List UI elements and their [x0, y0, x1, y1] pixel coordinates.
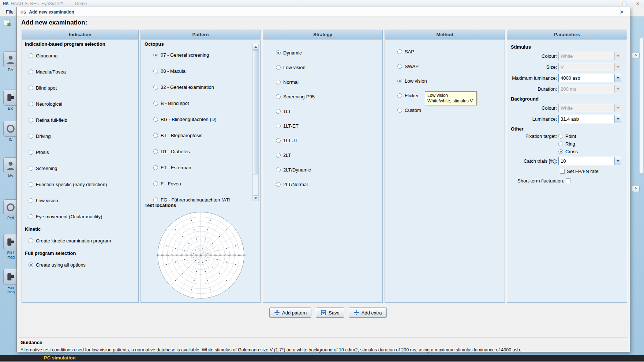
- indication-option-create-kinetic-examination-program[interactable]: Create kinetic examination program: [22, 233, 138, 249]
- scroll-up-icon[interactable]: [253, 44, 258, 50]
- pattern-option-fg-f-hrerscheingutachten-at[interactable]: FG - Führerscheingutachten (AT): [141, 192, 260, 201]
- indication-option-eye-movement-ocular-motility[interactable]: Eye movement (Ocular motility): [22, 208, 138, 225]
- combo-arrow-icon[interactable]: [614, 157, 621, 165]
- method-option-sap[interactable]: SAP: [385, 44, 505, 59]
- radio-button-icon[interactable]: [153, 101, 158, 106]
- add-pattern-button[interactable]: Add pattern: [269, 308, 311, 318]
- radio-button-icon[interactable]: [153, 165, 158, 170]
- combo-maximum-luminance[interactable]: 4000 asb: [558, 74, 621, 82]
- radio-button-icon[interactable]: [153, 69, 158, 73]
- radio-button-icon[interactable]: [29, 118, 33, 122]
- strategy-option-dynamic[interactable]: Dynamic: [263, 45, 382, 60]
- radio-button-icon[interactable]: [397, 93, 402, 98]
- dialog-titlebar[interactable]: HS Add new examination ✕: [17, 7, 630, 17]
- menu-file[interactable]: File: [4, 8, 16, 15]
- radio-button-icon[interactable]: [558, 149, 563, 154]
- indication-option-function-specific-early-detection[interactable]: Function-specific (early detection): [22, 176, 138, 192]
- fpfn-row[interactable]: Set FP/FN rate: [511, 166, 623, 176]
- add-extra-button[interactable]: Add extra: [349, 308, 387, 318]
- method-option-swap[interactable]: SWAP: [385, 59, 505, 73]
- radio-button-icon[interactable]: [153, 197, 158, 202]
- radio-button-icon[interactable]: [29, 166, 33, 171]
- pattern-option-07-general-screening[interactable]: 07 - General screening: [141, 47, 260, 63]
- method-option-low-vision[interactable]: Low vision: [385, 73, 505, 88]
- minimize-button[interactable]: –: [610, 1, 613, 6]
- radio-button-icon[interactable]: [276, 65, 281, 70]
- radio-button-icon[interactable]: [29, 182, 33, 187]
- maximize-button[interactable]: ❐: [622, 1, 626, 6]
- radio-button-icon[interactable]: [397, 64, 402, 69]
- radio-button-icon[interactable]: [558, 134, 563, 139]
- scrollbar-thumb[interactable]: [253, 50, 258, 174]
- radio-button-icon[interactable]: [29, 134, 33, 139]
- radio-button-icon[interactable]: [29, 263, 33, 267]
- close-button[interactable]: ✕: [636, 1, 640, 6]
- combo-luminance[interactable]: 31.4 asb: [558, 115, 621, 123]
- radio-button-icon[interactable]: [276, 167, 281, 172]
- radio-button-icon[interactable]: [153, 133, 158, 138]
- radio-button-icon[interactable]: [29, 69, 33, 74]
- radio-button-icon[interactable]: [276, 138, 281, 143]
- collapse-panel-button[interactable]: ^: [632, 186, 640, 192]
- strategy-option-1lt-jt[interactable]: 1LT-JT: [263, 133, 382, 148]
- radio-button-icon[interactable]: [397, 108, 402, 113]
- pattern-option-d1-diabetes[interactable]: D1 - Diabetes: [141, 143, 260, 159]
- combo-catch-trials[interactable]: 10: [558, 157, 621, 165]
- indication-option-neurological[interactable]: Neurological: [22, 96, 138, 112]
- strategy-option-2lt[interactable]: 2LT: [263, 148, 382, 162]
- pattern-option-32-general-examination[interactable]: 32 - General examination: [141, 79, 260, 95]
- indication-option-create-using-all-options[interactable]: Create using all options: [22, 257, 138, 273]
- radio-button-icon[interactable]: [276, 80, 281, 84]
- indication-option-ptosis[interactable]: Ptosis: [22, 144, 138, 160]
- fixation-option-point[interactable]: Point: [558, 132, 578, 140]
- fpfn-checkbox[interactable]: [560, 169, 565, 174]
- radio-button-icon[interactable]: [276, 153, 281, 158]
- fixation-option-ring[interactable]: Ring: [558, 140, 578, 148]
- strategy-option-1lt[interactable]: 1LT: [263, 104, 382, 118]
- indication-option-screening[interactable]: Screening: [22, 160, 138, 176]
- save-button[interactable]: Save: [316, 308, 344, 318]
- radio-button-icon[interactable]: [153, 181, 158, 186]
- strategy-option-low-vision[interactable]: Low vision: [263, 60, 382, 75]
- radio-button-icon[interactable]: [153, 53, 158, 57]
- fixation-option-cross[interactable]: Cross: [558, 148, 578, 155]
- radio-button-icon[interactable]: [29, 53, 33, 58]
- notes-icon[interactable]: [4, 19, 11, 26]
- scroll-down-icon[interactable]: [253, 195, 258, 201]
- indication-option-low-vision[interactable]: Low vision: [22, 192, 138, 208]
- radio-button-icon[interactable]: [276, 109, 281, 114]
- pattern-option-bg-blindengutachten-d[interactable]: BG - Blindengutachten (D): [141, 111, 260, 127]
- radio-button-icon[interactable]: [29, 214, 33, 219]
- radio-button-icon[interactable]: [153, 117, 158, 122]
- radio-button-icon[interactable]: [397, 49, 402, 54]
- strategy-option-2lt-dynamic[interactable]: 2LT/Dynamic: [263, 162, 382, 177]
- radio-button-icon[interactable]: [397, 79, 402, 83]
- radio-button-icon[interactable]: [29, 238, 33, 243]
- radio-button-icon[interactable]: [276, 182, 281, 187]
- indication-option-macula-fovea[interactable]: Macula/Fovea: [22, 64, 138, 80]
- stf-row[interactable]: Short-term fluctuation:: [511, 176, 623, 185]
- pattern-scrollbar[interactable]: [252, 44, 259, 201]
- radio-button-icon[interactable]: [29, 198, 33, 203]
- indication-option-retina-full-field[interactable]: Retina full-field: [22, 112, 138, 128]
- indication-option-glaucoma[interactable]: Glaucoma: [22, 48, 138, 64]
- pattern-option-f-fovea[interactable]: F - Fovea: [141, 176, 260, 192]
- pattern-option-et-esterman[interactable]: ET - Esterman: [141, 159, 260, 176]
- radio-button-icon[interactable]: [276, 124, 281, 128]
- stf-checkbox[interactable]: [566, 178, 570, 183]
- radio-button-icon[interactable]: [558, 142, 563, 146]
- combo-arrow-icon[interactable]: [614, 74, 621, 82]
- radio-button-icon[interactable]: [153, 85, 158, 90]
- radio-button-icon[interactable]: [29, 86, 33, 90]
- pattern-option-bt-blepharoptosis[interactable]: BT - Blepharoptosis: [141, 127, 260, 143]
- strategy-option-1lt-et[interactable]: 1LT-ET: [263, 118, 382, 133]
- strategy-option-screening-p95[interactable]: Screening-P95: [263, 89, 382, 104]
- combo-arrow-icon[interactable]: [614, 115, 621, 123]
- radio-button-icon[interactable]: [29, 102, 33, 106]
- radio-button-icon[interactable]: [29, 150, 33, 155]
- radio-button-icon[interactable]: [153, 149, 158, 154]
- indication-option-blind-spot[interactable]: Blind spot: [22, 80, 138, 96]
- strategy-option-normal[interactable]: Normal: [263, 75, 382, 89]
- pattern-option-08-macula[interactable]: 08 - Macula: [141, 63, 260, 79]
- strategy-option-2lt-normal[interactable]: 2LT/Normal: [263, 177, 382, 192]
